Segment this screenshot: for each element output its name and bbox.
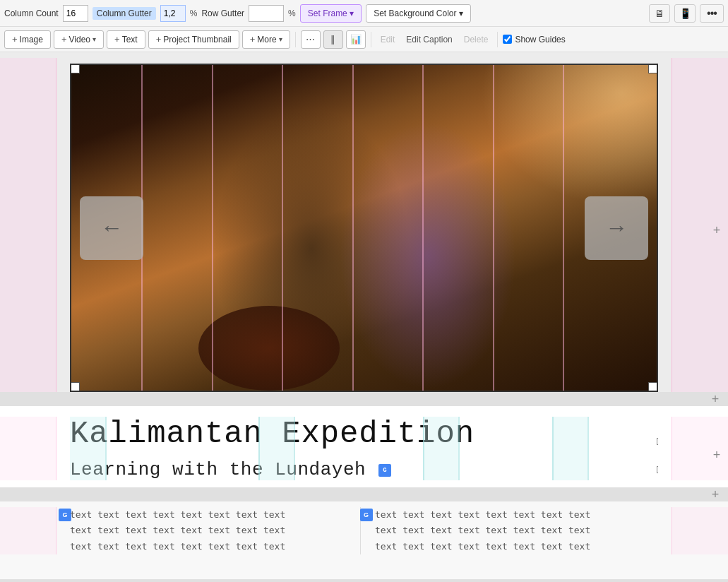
- divider2: [371, 32, 371, 47]
- google-translate-icon[interactable]: G: [378, 464, 391, 477]
- resize-handle-bl[interactable]: [70, 382, 80, 392]
- add-image-label: Image: [20, 35, 43, 44]
- mobile-icon-button[interactable]: 📱: [674, 4, 696, 23]
- add-project-thumbnail-label: Project Thumbnail: [163, 35, 232, 44]
- edit-caption-button[interactable]: Edit Caption: [402, 35, 456, 44]
- plus-icon: +: [12, 34, 18, 44]
- column-count-label: Column Count: [4, 8, 59, 18]
- plus-thumb-icon: +: [156, 34, 162, 44]
- delete-label: Delete: [464, 35, 489, 44]
- chart-icon: 📊: [350, 34, 362, 44]
- text-col1-line3: text text text text text text text text: [70, 539, 353, 554]
- row-gutter-unit: %: [288, 8, 296, 18]
- slide-next-button[interactable]: →: [585, 196, 648, 260]
- text-col2-line3: text text text text text text text text: [375, 539, 658, 554]
- text-inner: Kalimantan Expedition Learning with the …: [70, 417, 658, 480]
- align-center-button[interactable]: ‖: [323, 30, 343, 49]
- add-project-thumbnail-button[interactable]: + Project Thumbnail: [148, 30, 239, 49]
- monitor-icon: 🖥: [655, 8, 664, 19]
- page-subtitle: Learning with the Lundayeh G: [70, 459, 658, 480]
- video-arrow: ▾: [93, 35, 96, 43]
- toolbar-row2: + Image + Video ▾ + Text + Project Thumb…: [0, 27, 728, 52]
- text-column-2: text text text text text text text text …: [375, 507, 658, 554]
- add-video-button[interactable]: + Video ▾: [54, 30, 104, 49]
- show-guides-label[interactable]: Show Guides: [503, 35, 565, 44]
- resize-handle-br[interactable]: [648, 382, 658, 392]
- text-section-wrapper: Kalimantan Expedition Learning with the …: [0, 406, 728, 487]
- resize-handle-tr[interactable]: [648, 64, 658, 73]
- divider1: [295, 32, 296, 47]
- text-col2-line1: text text text text text text text text: [375, 507, 658, 523]
- add-more-button[interactable]: + More ▾: [242, 30, 290, 49]
- delete-button: Delete: [460, 35, 493, 44]
- text-column-1: text text text text text text text text …: [70, 507, 361, 554]
- slide-prev-button[interactable]: ←: [80, 196, 143, 260]
- add-more-label: More: [257, 35, 276, 44]
- mobile-icon: 📱: [679, 8, 691, 19]
- align-left-icon: ⋯: [306, 34, 315, 44]
- more-arrow: ▾: [279, 35, 282, 43]
- image-section-wrapper: ← → +: [0, 52, 728, 392]
- show-guides-checkbox[interactable]: [503, 35, 512, 44]
- section-gap-1: +: [0, 392, 728, 406]
- right-arrow-icon: →: [605, 215, 628, 241]
- column-gutter-label: Column Gutter: [93, 7, 156, 20]
- section-gap-2: +: [0, 487, 728, 501]
- row-gutter-label: Row Gutter: [201, 8, 244, 18]
- set-background-button[interactable]: Set Background Color ▾: [366, 4, 471, 23]
- text-col2-line2: text text text text text text text text: [375, 523, 658, 538]
- divider3: [497, 32, 498, 47]
- plus-text-icon: +: [114, 34, 120, 44]
- plus-after-image[interactable]: +: [708, 222, 725, 239]
- left-arrow-icon: ←: [100, 215, 123, 241]
- more-dots-icon: •••: [707, 7, 717, 20]
- add-text-label: Text: [122, 35, 138, 44]
- align-center-icon: ‖: [330, 34, 335, 44]
- bottom-inner: G text text text text text text text tex…: [70, 507, 658, 554]
- edit-button: Edit: [376, 35, 400, 44]
- plus-video-icon: +: [61, 34, 67, 44]
- column-count-input[interactable]: [63, 5, 88, 22]
- google-translate-icon-col2[interactable]: G: [360, 509, 373, 521]
- image-container: ← →: [70, 64, 658, 392]
- column-gutter-input[interactable]: [160, 5, 186, 22]
- resize-handle-tl[interactable]: [70, 64, 80, 73]
- slide-image: [71, 65, 657, 391]
- edit-caption-label: Edit Caption: [406, 35, 452, 44]
- plus-below-text[interactable]: +: [707, 486, 724, 503]
- set-frame-button[interactable]: Set Frame ▾: [300, 4, 362, 23]
- edit-label: Edit: [381, 35, 395, 44]
- toolbar-row1: Column Count Column Gutter % Row Gutter …: [0, 0, 728, 27]
- show-guides-text: Show Guides: [515, 35, 565, 44]
- add-image-button[interactable]: + Image: [4, 30, 51, 49]
- align-left-button[interactable]: ⋯: [301, 30, 321, 49]
- plus-more-icon: +: [250, 34, 256, 44]
- page-title: Kalimantan Expedition: [70, 417, 658, 451]
- more-dots-button[interactable]: •••: [700, 4, 724, 23]
- text-col1-line2: text text text text text text text text: [70, 523, 353, 538]
- monitor-icon-button[interactable]: 🖥: [649, 4, 670, 23]
- column-gutter-unit: %: [190, 8, 198, 18]
- row-gutter-input[interactable]: [249, 5, 284, 22]
- text-col1-line1: text text text text text text text text: [70, 507, 353, 523]
- subtitle-text: Learning with the Lundayeh: [70, 459, 366, 480]
- plus-after-text[interactable]: +: [708, 447, 725, 464]
- bottom-section: G text text text text text text text tex…: [0, 501, 728, 579]
- canvas-area: ← → + +: [0, 52, 728, 582]
- add-video-label: Video: [69, 35, 90, 44]
- add-text-button[interactable]: + Text: [107, 30, 145, 49]
- chart-button[interactable]: 📊: [346, 30, 366, 49]
- plus-between-sections[interactable]: +: [707, 391, 724, 408]
